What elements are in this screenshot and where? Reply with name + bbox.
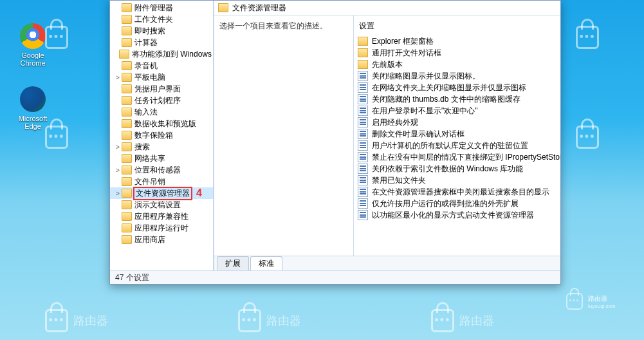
setting-item[interactable]: 启用经典外观 [355,117,559,128]
setting-label: 删除文件时显示确认对话框 [372,129,465,140]
expand-icon[interactable]: > [114,74,122,81]
settings-header: 设置 [355,18,559,35]
policy-icon [358,187,368,197]
tree-item[interactable]: 任务计划程序 [110,95,213,106]
policy-icon [358,129,368,139]
policy-icon [358,106,368,116]
tree-item[interactable]: 输入法 [110,106,213,118]
setting-item[interactable]: 关闭隐藏的 thumbs.db 文件中的缩略图缓存 [355,93,559,105]
tree-item[interactable]: 工作文件夹 [110,14,213,25]
setting-item[interactable]: 禁用已知文件夹 [355,175,559,186]
desktop-icon-label: Google Chrome [10,52,55,67]
watermark-text: 路由器 [266,313,301,328]
tree-label: 文件吊销 [134,176,165,187]
folder-icon [122,15,132,24]
setting-item[interactable]: 先前版本 [355,59,559,70]
folder-icon [122,177,132,186]
setting-item[interactable]: 仅允许按用户运行的或得到批准的外壳扩展 [355,198,559,209]
address-text: 文件资源管理器 [232,3,286,14]
desktop-icon-chrome[interactable]: Google Chrome [10,23,55,67]
folder-icon [122,3,132,12]
setting-item[interactable]: 通用打开文件对话框 [355,47,559,59]
tab-standard[interactable]: 标准 [250,256,282,270]
folder-icon [122,108,132,117]
tab-extended[interactable]: 扩展 [217,256,249,270]
setting-item[interactable]: 在网络文件夹上关闭缩略图显示并仅显示图标 [355,82,559,93]
tree-label: 位置和传感器 [134,165,181,176]
folder-icon [122,96,132,105]
tree-item[interactable]: 凭据用户界面 [110,83,213,95]
expand-icon[interactable]: > [114,190,122,197]
folder-icon [358,48,368,57]
setting-item[interactable]: 以功能区最小化的显示方式启动文件资源管理器 [355,209,559,221]
watermark-text: 路由器 [73,313,108,328]
folder-icon [122,131,132,140]
tree-item[interactable]: >平板电脑 [110,71,213,83]
tabs-row: 扩展 标准 [214,256,560,270]
expand-icon[interactable]: > [114,144,122,151]
setting-label: 关闭缩略图显示并仅显示图标。 [372,71,480,82]
tree-item[interactable]: 录音机 [110,60,213,71]
tree-item[interactable]: 数据收集和预览版 [110,118,213,129]
description-hint: 选择一个项目来查看它的描述。 [219,21,327,30]
tree-label: 计算器 [134,37,158,48]
tree-item[interactable]: 文件吊销 [110,176,213,187]
settings-column[interactable]: 设置 Explorer 框架窗格通用打开文件对话框先前版本关闭缩略图显示并仅显示… [354,15,560,256]
setting-label: 关闭隐藏的 thumbs.db 文件中的缩略图缓存 [372,94,520,105]
tree-item[interactable]: 将功能添加到 Windows [110,48,213,60]
tree-item[interactable]: 应用商店 [110,234,213,245]
right-pane: 文件资源管理器 选择一个项目来查看它的描述。 设置 Explorer 框架窗格通… [214,1,560,270]
setting-label: 用户/计算机的所有默认库定义文件的驻留位置 [372,140,528,151]
tree-item[interactable]: 应用程序兼容性 [110,211,213,222]
setting-label: 关闭依赖于索引文件数据的 Windows 库功能 [372,164,523,175]
setting-item[interactable]: 在用户登录时不显示"欢迎中心" [355,105,559,117]
tree-label: 任务计划程序 [134,95,181,106]
tree-item[interactable]: 数字保险箱 [110,129,213,141]
tree-label: 平板电脑 [134,72,165,83]
tree-label: 数据收集和预览版 [134,118,196,129]
tree-label: 数字保险箱 [134,130,173,141]
tree-pane[interactable]: 附件管理器工作文件夹即时搜索计算器将功能添加到 Windows录音机>平板电脑凭… [110,1,214,270]
address-bar: 文件资源管理器 [214,1,560,15]
setting-label: 在网络文件夹上关闭缩略图显示并仅显示图标 [372,82,526,93]
tree-item[interactable]: 即时搜索 [110,25,213,37]
setting-label: 禁用已知文件夹 [372,175,426,186]
folder-icon [122,200,132,209]
tree-label: 应用程序运行时 [134,223,189,234]
tree-item[interactable]: 网络共享 [110,153,213,164]
setting-item[interactable]: Explorer 框架窗格 [355,35,559,47]
desktop-icon-edge[interactable]: Microsoft Edge [10,86,55,130]
setting-item[interactable]: 删除文件时显示确认对话框 [355,128,559,140]
setting-item[interactable]: 禁止在没有中间层的情况下直接绑定到 IPropertySetStorage [355,151,559,163]
tree-item[interactable]: 计算器 [110,37,213,48]
tree-label: 网络共享 [134,153,165,164]
tree-label: 工作文件夹 [134,14,173,25]
setting-label: 禁止在没有中间层的情况下直接绑定到 IPropertySetStorage [372,152,560,163]
expand-icon[interactable]: > [114,167,122,174]
tree-item[interactable]: 附件管理器 [110,2,213,14]
tree-label: 将功能添加到 Windows [132,49,212,60]
tree-label: 演示文稿设置 [134,200,181,211]
description-column: 选择一个项目来查看它的描述。 [214,15,354,256]
status-text: 47 个设置 [115,272,149,283]
watermark-text: 路由器 [459,313,494,328]
tree-label: 即时搜索 [134,26,165,37]
tree-item[interactable]: 演示文稿设置 [110,199,213,211]
tree-item[interactable]: >文件资源管理器4 [110,187,213,199]
setting-item[interactable]: 关闭依赖于索引文件数据的 Windows 库功能 [355,163,559,175]
tree-label: 附件管理器 [134,3,173,14]
folder-icon [122,189,132,198]
setting-item[interactable]: 在文件资源管理器搜索框中关闭最近搜索条目的显示 [355,186,559,198]
setting-item[interactable]: 关闭缩略图显示并仅显示图标。 [355,70,559,82]
folder-icon [358,60,368,69]
gpedit-window: 附件管理器工作文件夹即时搜索计算器将功能添加到 Windows录音机>平板电脑凭… [109,0,561,285]
setting-label: 启用经典外观 [372,117,418,128]
policy-icon [358,117,368,128]
tree-item[interactable]: 应用程序运行时 [110,222,213,234]
tree-item[interactable]: >搜索 [110,141,213,153]
setting-item[interactable]: 用户/计算机的所有默认库定义文件的驻留位置 [355,140,559,151]
folder-icon [122,61,132,70]
folder-icon [122,235,132,244]
tree-item[interactable]: >位置和传感器 [110,164,213,176]
folder-icon [122,154,132,163]
